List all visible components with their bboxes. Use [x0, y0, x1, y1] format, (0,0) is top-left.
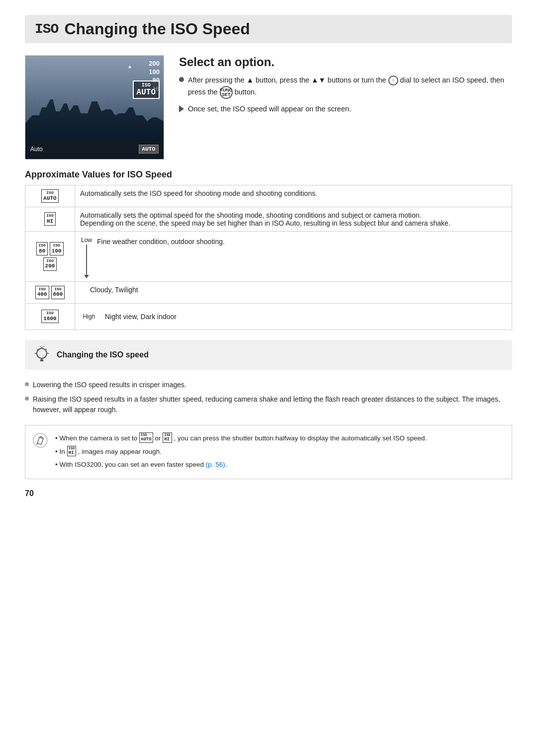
approx-section: Approximate Values for ISO Speed ISO AUT…: [25, 169, 512, 330]
dial-icon: ○: [388, 76, 398, 85]
iso-hi-desc: Automatically sets the optimal speed for…: [75, 207, 512, 231]
bullet-text-1: After pressing the ▲ button, press the ▲…: [188, 75, 512, 99]
bullet-circle-icon: [179, 77, 184, 82]
table-row-auto: ISO AUTO Automatically sets the ISO spee…: [25, 185, 512, 207]
top-section: ▲ 200 100 80 HI ISO AUTO Auto AUTO Selec…: [25, 55, 512, 160]
svg-line-9: [40, 346, 41, 347]
select-option-title: Select an option.: [179, 55, 512, 69]
lightbulb-icon: [33, 346, 51, 364]
skyline-graphic: [25, 99, 164, 139]
bullet-triangle-icon: [179, 105, 184, 112]
low-label: Low: [81, 237, 92, 244]
iso-badge-value: AUTO: [137, 88, 156, 97]
iso-400-badge: ISO 400: [35, 286, 49, 299]
iso-table: ISO AUTO Automatically sets the ISO spee…: [25, 185, 512, 330]
iso-group-400-800: ISO 400 ISO 800: [30, 286, 70, 299]
iso-badge-label: ISO: [142, 83, 151, 88]
table-row-1600: ISO 1600 High Night view, Dark indoor: [25, 303, 512, 330]
note-list-item-2: In ISO HI , images may appear rough.: [55, 446, 504, 457]
note-box: When the camera is set to ISO AUTO or IS…: [25, 425, 512, 480]
pencil-icon: [32, 432, 48, 448]
iso-1600-badge-cell: ISO 1600: [25, 303, 75, 330]
scroll-arrow-icon: ▲: [127, 64, 132, 69]
title-iso-icon: ISO: [35, 21, 58, 37]
cam-auto-badge: AUTO: [139, 145, 159, 154]
fine-weather-desc: Fine weather condition, outdoor shooting…: [95, 237, 506, 276]
select-option-section: Select an option. After pressing the ▲ b…: [179, 55, 512, 160]
inner-row-low: Low Fine weather condition, outdoor shoo…: [81, 237, 506, 276]
high-label: High: [81, 309, 99, 325]
notes-section: Lowering the ISO speed results in crispe…: [25, 380, 512, 415]
note-text-1: Lowering the ISO speed results in crispe…: [33, 380, 186, 390]
table-row-80-100-200: ISO 80 ISO 100 ISO 200: [25, 231, 512, 281]
iso-auto-badge-cell: ISO AUTO: [25, 185, 75, 207]
note-list: When the camera is set to ISO AUTO or IS…: [55, 432, 504, 470]
note-item-1: Lowering the ISO speed results in crispe…: [25, 380, 512, 390]
note-item-2: Raising the ISO speed results in a faste…: [25, 394, 512, 415]
iso-val-200: 200: [149, 60, 160, 67]
iso-80-badge: ISO 80: [36, 242, 47, 255]
note-bullet-2: [25, 397, 29, 401]
tip-box: Changing the ISO speed: [25, 340, 512, 370]
inner-table-high: High Night view, Dark indoor: [80, 308, 507, 326]
iso-1600-desc: High Night view, Dark indoor: [75, 303, 512, 330]
iso-100-badge: ISO 100: [50, 242, 64, 255]
table-row-400-800: ISO 400 ISO 800 Cloudy, Twilight: [25, 281, 512, 303]
svg-line-5: [37, 349, 38, 350]
note-text-2: Raising the ISO speed results in a faste…: [33, 394, 512, 415]
iso-1600-badge: ISO 1600: [41, 310, 58, 323]
note-bullet-1: [25, 382, 29, 386]
note-iso-hi-badge: ISO HI: [163, 432, 172, 443]
page-link[interactable]: (p. 56): [206, 461, 225, 468]
page-title-bar: ISO Changing the ISO Speed: [25, 15, 512, 43]
iso-80-100-200-badge-cell: ISO 80 ISO 100 ISO 200: [25, 231, 75, 281]
iso-group-1600: ISO 1600: [30, 310, 70, 323]
inner-table: Low Fine weather condition, outdoor shoo…: [80, 236, 507, 277]
note-list-item-1: When the camera is set to ISO AUTO or IS…: [55, 432, 504, 444]
svg-point-0: [37, 348, 47, 358]
cam-mode-label: Auto: [30, 146, 43, 153]
bullet-text-2: Once set, the ISO speed will appear on t…: [188, 104, 351, 115]
approx-title: Approximate Values for ISO Speed: [25, 169, 512, 180]
note-iso-hi-badge-2: ISO HI: [67, 446, 77, 456]
page-number: 70: [25, 489, 512, 498]
iso-auto-badge: ISO AUTO: [41, 189, 58, 203]
svg-line-12: [39, 436, 41, 437]
night-view-desc: Night view, Dark indoor: [100, 309, 506, 325]
svg-line-6: [46, 349, 47, 350]
svg-line-10: [43, 346, 44, 347]
iso-200-badge: ISO 200: [43, 257, 57, 271]
table-row-hi: ISO HI Automatically sets the optimal sp…: [25, 207, 512, 231]
select-option-bullets: After pressing the ▲ button, press the ▲…: [179, 75, 512, 115]
note-list-item-3: With ISO3200, you can set an even faster…: [55, 459, 504, 470]
iso-hi-badge-cell: ISO HI: [25, 207, 75, 231]
note-iso-auto-badge: ISO AUTO: [139, 432, 153, 443]
iso-auto-desc: Automatically sets the ISO speed for sho…: [75, 185, 512, 207]
func-btn-icon: FUNCSET: [220, 86, 233, 99]
iso-80-100-200-desc: Low Fine weather condition, outdoor shoo…: [75, 231, 512, 281]
tip-title: Changing the ISO speed: [57, 350, 149, 359]
svg-point-11: [33, 433, 47, 447]
bullet-item-1: After pressing the ▲ button, press the ▲…: [179, 75, 512, 99]
iso-800-badge: ISO 800: [51, 286, 65, 299]
iso-400-800-badge-cell: ISO 400 ISO 800: [25, 281, 75, 303]
camera-screen-image: ▲ 200 100 80 HI ISO AUTO Auto AUTO: [25, 55, 164, 160]
camera-bottom-bar: Auto AUTO: [25, 139, 164, 159]
inner-row-high: High Night view, Dark indoor: [81, 309, 506, 325]
iso-hi-badge: ISO HI: [44, 212, 55, 226]
iso-val-100: 100: [149, 68, 160, 76]
iso-main-badge: ISO AUTO: [133, 81, 160, 99]
iso-400-800-desc: Cloudy, Twilight: [75, 281, 512, 303]
iso-group-80-100-200: ISO 80 ISO 100 ISO 200: [30, 242, 70, 271]
bullet-item-2: Once set, the ISO speed will appear on t…: [179, 104, 512, 115]
svg-line-14: [37, 443, 37, 445]
page-title: Changing the ISO Speed: [64, 20, 250, 38]
